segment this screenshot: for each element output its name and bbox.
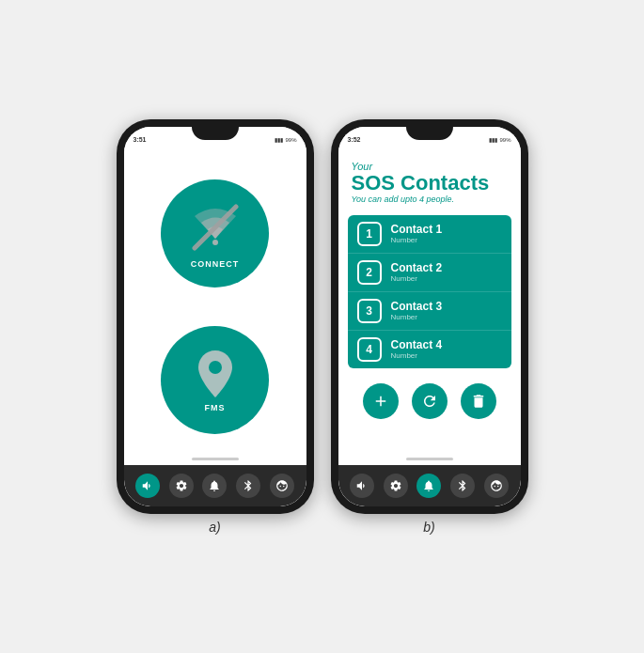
status-bar-b: 3:52 ▮▮▮ 99% (338, 127, 521, 151)
nav-alert-icon-a[interactable] (202, 474, 227, 498)
contact-number-3: Number (391, 313, 443, 321)
connect-button[interactable]: CONNECT (161, 179, 269, 288)
contact-badge-1: 1 (357, 222, 382, 246)
signal-icon-b: ▮▮▮ (489, 136, 497, 143)
action-buttons (338, 374, 521, 425)
delete-button[interactable] (461, 383, 496, 419)
alert-icon-b (422, 479, 435, 492)
contact-item-1[interactable]: 1 Contact 1 Number (348, 215, 511, 254)
notch-b (406, 127, 453, 140)
bluetooth-icon-b (456, 479, 469, 492)
screen-b: Your SOS Contacts You can add upto 4 peo… (338, 151, 521, 454)
contact-item-4[interactable]: 4 Contact 4 Number (348, 331, 511, 368)
nav-bluetooth-icon-b[interactable] (450, 474, 475, 498)
fms-label: FMS (205, 403, 226, 412)
nav-sound-icon-a[interactable] (135, 474, 160, 498)
phone-a: 3:51 ▮▮▮ 99% (117, 119, 314, 514)
phone-a-wrapper: 3:51 ▮▮▮ 99% (117, 119, 314, 535)
location-pin-icon (193, 349, 238, 399)
nav-sound-icon-b[interactable] (350, 474, 374, 498)
sos-header: Your SOS Contacts You can add upto 4 peo… (338, 161, 521, 210)
signal-icon-a: ▮▮▮ (275, 136, 283, 143)
phone-b-inner: 3:52 ▮▮▮ 99% Your SOS Contacts You can a… (338, 127, 521, 506)
contact-info-1: Contact 1 Number (391, 223, 443, 244)
screen-a: CONNECT FMS (124, 151, 306, 454)
phone-a-inner: 3:51 ▮▮▮ 99% (124, 127, 306, 506)
sos-subtitle: You can add upto 4 people. (352, 194, 508, 204)
svg-point-1 (212, 240, 218, 245)
status-icons-a: ▮▮▮ 99% (275, 136, 296, 143)
nav-settings-icon-b[interactable] (384, 474, 408, 498)
contact-name-3: Contact 3 (391, 300, 443, 313)
trash-icon (470, 393, 487, 410)
settings-icon (175, 479, 188, 492)
refresh-icon (421, 393, 438, 410)
home-bar-line-a (192, 458, 239, 460)
status-bar-a: 3:51 ▮▮▮ 99% (124, 127, 306, 151)
home-bar-a (124, 454, 306, 465)
phones-container: 3:51 ▮▮▮ 99% (107, 110, 538, 544)
contact-number-1: Number (391, 236, 443, 244)
refresh-button[interactable] (412, 383, 448, 419)
notch-a (192, 127, 239, 140)
add-contact-button[interactable] (363, 383, 399, 419)
bluetooth-icon (242, 479, 255, 492)
phone-b: 3:52 ▮▮▮ 99% Your SOS Contacts You can a… (331, 119, 528, 514)
nav-face-icon-a[interactable] (270, 474, 294, 498)
contact-info-3: Contact 3 Number (391, 300, 443, 321)
fms-button[interactable]: FMS (161, 326, 269, 434)
plus-icon (372, 393, 389, 410)
contacts-list: 1 Contact 1 Number 2 Contact 2 Number (348, 215, 511, 368)
home-bar-b (338, 454, 521, 465)
contact-badge-3: 3 (357, 299, 382, 323)
sound-icon (141, 479, 154, 492)
battery-b: 99% (499, 137, 510, 143)
nav-settings-icon-a[interactable] (169, 474, 194, 498)
contact-info-4: Contact 4 Number (391, 338, 443, 360)
nav-bluetooth-icon-a[interactable] (236, 474, 260, 498)
bottom-nav-a (124, 465, 306, 506)
contact-badge-4: 4 (357, 337, 382, 362)
bottom-nav-b (338, 465, 521, 506)
phone-a-label: a) (209, 520, 220, 535)
battery-a: 99% (285, 137, 296, 143)
time-a: 3:51 (134, 136, 147, 143)
phone-b-label: b) (423, 520, 434, 535)
connect-label: CONNECT (191, 259, 240, 269)
face-icon (275, 479, 289, 492)
contact-item-3[interactable]: 3 Contact 3 Number (348, 292, 511, 331)
contact-badge-2: 2 (357, 260, 382, 285)
home-bar-line-b (406, 458, 453, 460)
phone-b-wrapper: 3:52 ▮▮▮ 99% Your SOS Contacts You can a… (331, 119, 528, 535)
contact-number-2: Number (391, 274, 443, 283)
contact-name-2: Contact 2 (391, 261, 443, 274)
contact-name-1: Contact 1 (391, 223, 443, 236)
contact-info-2: Contact 2 Number (391, 261, 443, 283)
nav-face-icon-b[interactable] (484, 474, 509, 498)
svg-point-2 (209, 361, 222, 374)
face-icon-b (490, 479, 503, 492)
contact-item-2[interactable]: 2 Contact 2 Number (348, 254, 511, 292)
contact-number-4: Number (391, 351, 443, 360)
status-icons-b: ▮▮▮ 99% (489, 136, 510, 143)
time-b: 3:52 (348, 136, 361, 143)
settings-icon-b (389, 479, 402, 492)
sos-your-text: Your (352, 161, 508, 172)
nav-alert-icon-b[interactable] (416, 474, 441, 498)
sos-title: SOS Contacts (352, 172, 508, 194)
sound-icon-b (355, 479, 369, 492)
contact-name-4: Contact 4 (391, 338, 443, 351)
no-wifi-icon (187, 199, 243, 256)
alert-icon (208, 479, 221, 492)
